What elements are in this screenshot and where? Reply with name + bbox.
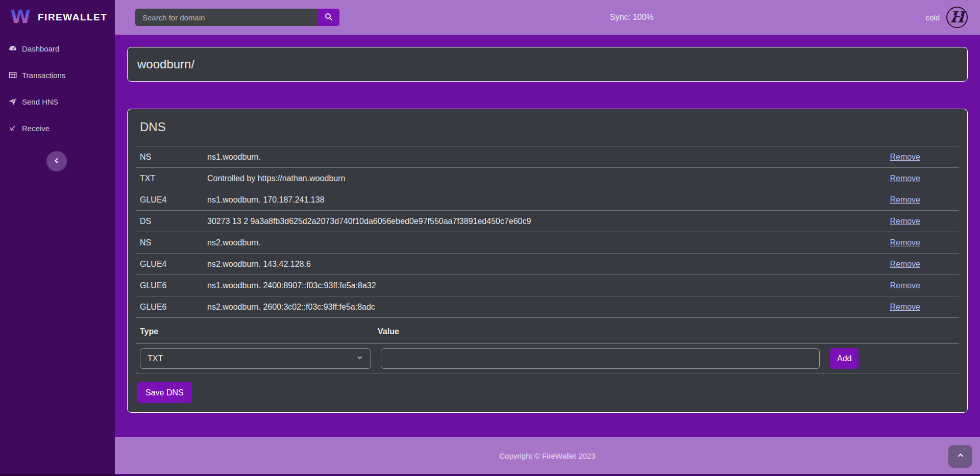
table-row: TXT Controlled by https://nathan.woodbur… bbox=[136, 167, 959, 189]
add-record-header: Type Value bbox=[136, 318, 959, 344]
record-type: DS bbox=[140, 215, 207, 227]
copyright-text: Copyright © FireWallet 2023 bbox=[499, 452, 595, 460]
table-row: GLUE4 ns2.woodburn. 143.42.128.6 Remove bbox=[136, 253, 959, 274]
table-row: DS 30273 13 2 9a3a8fb3d625d2a2073d740f10… bbox=[136, 210, 959, 232]
topbar: Sync: 100% cold H bbox=[115, 0, 980, 35]
remove-link[interactable]: Remove bbox=[890, 303, 920, 311]
chevron-left-icon bbox=[53, 157, 61, 166]
add-record-row: TXT Add bbox=[136, 344, 959, 373]
svg-text:H: H bbox=[950, 8, 967, 26]
remove-link[interactable]: Remove bbox=[890, 281, 920, 290]
dns-card-title: DNS bbox=[136, 109, 959, 146]
dns-records-table: NS ns1.woodburn. Remove TXT Controlled b… bbox=[136, 146, 959, 318]
chevron-up-icon bbox=[957, 452, 965, 461]
firewallet-logo-icon: W bbox=[9, 5, 32, 30]
save-dns-button[interactable]: Save DNS bbox=[137, 382, 192, 403]
record-type: GLUE4 bbox=[140, 258, 207, 270]
table-row: NS ns1.woodburn. Remove bbox=[136, 146, 959, 167]
remove-link[interactable]: Remove bbox=[890, 195, 920, 204]
sidebar: W FIREWALLET Dashboard bbox=[0, 0, 115, 476]
search-icon bbox=[324, 12, 333, 23]
paper-plane-icon bbox=[8, 97, 17, 106]
wallet-mode-badge: cold bbox=[925, 0, 940, 35]
sidebar-item-label: Transactions bbox=[22, 71, 65, 80]
sync-status: Sync: 100% bbox=[610, 0, 653, 35]
record-type: NS bbox=[140, 237, 207, 248]
record-value: ns2.woodburn. 2600:3c02::f03c:93ff:fe5a:… bbox=[207, 301, 878, 313]
sidebar-item-receive[interactable]: Receive bbox=[8, 123, 115, 133]
sidebar-item-dashboard[interactable]: Dashboard bbox=[8, 43, 115, 54]
table-row: GLUE6 ns1.woodburn. 2400:8907::f03c:93ff… bbox=[136, 274, 959, 296]
record-value-input[interactable] bbox=[381, 348, 820, 369]
handshake-logo-icon: H bbox=[945, 6, 969, 29]
search-input[interactable] bbox=[135, 9, 318, 26]
type-column-header: Type bbox=[136, 326, 378, 337]
domain-card: woodburn/ bbox=[127, 47, 968, 82]
record-type: TXT bbox=[140, 172, 207, 184]
sidebar-collapse-button[interactable] bbox=[46, 151, 67, 171]
table-icon bbox=[8, 70, 17, 80]
dns-card: DNS NS ns1.woodburn. Remove TXT Controll… bbox=[127, 109, 968, 413]
sidebar-item-label: Dashboard bbox=[22, 44, 59, 53]
remove-link[interactable]: Remove bbox=[890, 260, 920, 268]
table-row: GLUE6 ns2.woodburn. 2600:3c02::f03c:93ff… bbox=[136, 296, 959, 317]
footer: Copyright © FireWallet 2023 bbox=[115, 437, 980, 474]
record-type: GLUE6 bbox=[140, 301, 207, 313]
main-content: woodburn/ DNS NS ns1.woodburn. Remove TX… bbox=[115, 35, 980, 413]
remove-link[interactable]: Remove bbox=[890, 153, 920, 161]
add-record-button[interactable]: Add bbox=[830, 348, 859, 369]
brand-name: FIREWALLET bbox=[38, 12, 107, 23]
selected-type-label: TXT bbox=[148, 354, 163, 363]
table-row: NS ns2.woodburn. Remove bbox=[136, 232, 959, 253]
scroll-to-top-button[interactable] bbox=[948, 445, 972, 468]
sidebar-item-send-hns[interactable]: Send HNS bbox=[8, 96, 115, 107]
record-type: GLUE6 bbox=[140, 280, 207, 291]
chevron-down-icon bbox=[356, 354, 363, 363]
record-type: GLUE4 bbox=[140, 194, 207, 206]
search-button[interactable] bbox=[318, 9, 339, 26]
table-row: GLUE4 ns1.woodburn. 170.187.241.138 Remo… bbox=[136, 189, 959, 210]
gauge-icon bbox=[8, 44, 17, 53]
record-type-select[interactable]: TXT bbox=[140, 348, 371, 369]
remove-link[interactable]: Remove bbox=[890, 217, 920, 226]
record-value: ns1.woodburn. bbox=[207, 151, 878, 163]
brand[interactable]: W FIREWALLET bbox=[0, 0, 115, 35]
svg-text:W: W bbox=[10, 6, 31, 27]
record-type: NS bbox=[140, 151, 207, 163]
remove-link[interactable]: Remove bbox=[890, 238, 920, 247]
remove-link[interactable]: Remove bbox=[890, 174, 920, 183]
record-value: ns1.woodburn. 2400:8907::f03c:93ff:fe5a:… bbox=[207, 280, 878, 291]
value-column-header: Value bbox=[378, 326, 399, 337]
sidebar-item-label: Receive bbox=[22, 124, 50, 133]
sidebar-nav: Dashboard Transactions Send HNS bbox=[0, 35, 115, 133]
arrow-down-left-icon bbox=[8, 123, 17, 133]
record-value: ns2.woodburn. 143.42.128.6 bbox=[207, 258, 878, 270]
record-value: ns1.woodburn. 170.187.241.138 bbox=[207, 194, 878, 206]
sidebar-item-label: Send HNS bbox=[22, 97, 58, 106]
sidebar-item-transactions[interactable]: Transactions bbox=[8, 70, 115, 80]
window-bottom-edge bbox=[0, 474, 980, 476]
record-value: ns2.woodburn. bbox=[207, 237, 878, 248]
page-title: woodburn/ bbox=[137, 57, 194, 71]
record-value: 30273 13 2 9a3a8fb3d625d2a2073d740f10da6… bbox=[207, 215, 878, 227]
record-value: Controlled by https://nathan.woodburn bbox=[207, 172, 878, 184]
search-group bbox=[135, 9, 339, 26]
